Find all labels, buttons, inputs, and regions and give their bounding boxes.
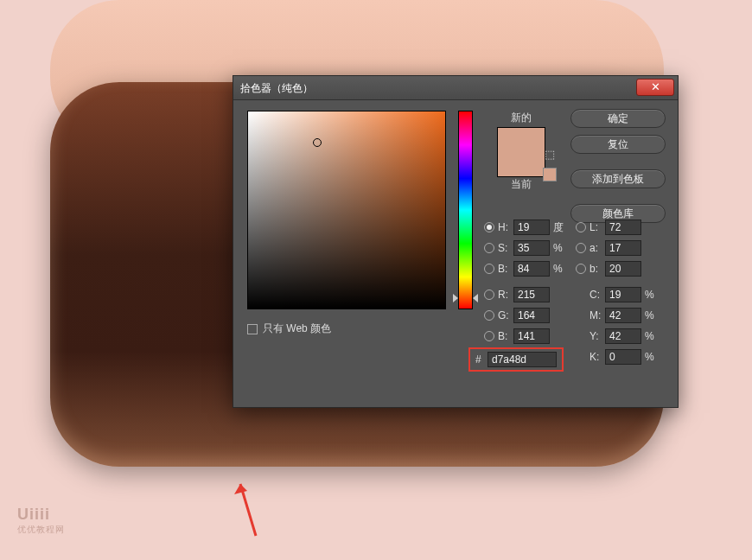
ok-button[interactable]: 确定 (570, 109, 666, 128)
saturation-brightness-field[interactable] (247, 111, 446, 309)
hue-thumb-left-icon (453, 294, 458, 302)
radio-g[interactable] (484, 310, 494, 321)
label-y: Y: (589, 330, 605, 342)
color-picker-dialog: 拾色器（纯色） ✕ 新的 当前 ⬚ 确定 复位 添加到色板 (233, 75, 679, 408)
watermark: Uiiii 优优教程网 (17, 506, 65, 536)
numeric-inputs: H: 度 L: S: % (484, 217, 667, 367)
input-b-lab[interactable] (605, 261, 641, 277)
label-c: C: (589, 289, 605, 301)
input-y[interactable] (605, 328, 641, 344)
input-s[interactable] (513, 240, 550, 256)
close-icon: ✕ (651, 80, 660, 93)
input-r[interactable] (513, 287, 550, 302)
new-color-swatch[interactable] (498, 128, 545, 152)
radio-h[interactable] (484, 222, 494, 232)
label-k: K: (589, 351, 605, 363)
unit-b-hsb: % (550, 263, 569, 275)
svg-marker-1 (234, 484, 247, 494)
label-b-rgb: B: (498, 330, 513, 342)
watermark-sub: 优优教程网 (17, 524, 65, 536)
unit-c: % (641, 289, 660, 301)
input-a[interactable] (605, 240, 641, 256)
web-only-row: 只有 Web 颜色 (247, 321, 331, 336)
cancel-button[interactable]: 复位 (570, 135, 666, 154)
label-b-lab: b: (589, 263, 605, 275)
dialog-body: 新的 当前 ⬚ 确定 复位 添加到色板 颜色库 H: 度 (233, 100, 678, 407)
label-hex: # (475, 353, 488, 366)
unit-m: % (641, 309, 660, 321)
radio-b-rgb[interactable] (484, 331, 494, 341)
radio-l[interactable] (576, 222, 586, 232)
label-l: L: (589, 221, 605, 233)
color-swatch (497, 127, 545, 177)
radio-s[interactable] (484, 243, 494, 253)
unit-k: % (641, 351, 660, 363)
unit-s: % (550, 242, 569, 254)
input-h[interactable] (513, 220, 550, 235)
sb-cursor[interactable] (313, 138, 322, 147)
annotation-arrow-icon (230, 475, 264, 544)
radio-b-lab[interactable] (576, 264, 586, 274)
label-h: H: (498, 221, 513, 233)
label-b-hsb: B: (498, 263, 513, 275)
svg-line-0 (240, 484, 256, 536)
input-g[interactable] (513, 308, 550, 323)
input-k[interactable] (605, 349, 641, 365)
add-to-swatches-button[interactable]: 添加到色板 (570, 169, 666, 188)
hex-highlight: # (468, 347, 564, 372)
web-only-checkbox[interactable] (247, 324, 258, 334)
input-c[interactable] (605, 287, 641, 302)
close-button[interactable]: ✕ (636, 79, 674, 96)
input-l[interactable] (605, 220, 641, 235)
label-r: R: (498, 289, 513, 301)
label-g: G: (498, 309, 513, 321)
input-m[interactable] (605, 308, 641, 323)
input-b-rgb[interactable] (513, 328, 550, 344)
radio-b-hsb[interactable] (484, 264, 494, 274)
input-hex[interactable] (488, 352, 557, 367)
watermark-brand: Uiiii (17, 506, 50, 523)
label-a: a: (589, 242, 605, 254)
label-m: M: (589, 309, 605, 321)
hue-thumb-right-icon (473, 294, 478, 302)
label-s: S: (498, 242, 513, 254)
new-color-label: 新的 (488, 111, 553, 125)
window-title: 拾色器（纯色） (240, 82, 313, 94)
dialog-buttons: 确定 复位 添加到色板 颜色库 (570, 109, 666, 230)
radio-r[interactable] (484, 290, 494, 300)
unit-h: 度 (550, 220, 569, 235)
titlebar[interactable]: 拾色器（纯色） ✕ (233, 76, 678, 100)
web-only-label: 只有 Web 颜色 (263, 321, 331, 336)
input-b-hsb[interactable] (513, 261, 550, 277)
current-color-swatch[interactable] (498, 152, 545, 176)
radio-a[interactable] (576, 243, 586, 253)
gamut-warning-icon[interactable] (543, 168, 557, 181)
cube-icon[interactable]: ⬚ (543, 148, 557, 162)
unit-y: % (641, 330, 660, 342)
hue-slider[interactable] (458, 111, 473, 309)
